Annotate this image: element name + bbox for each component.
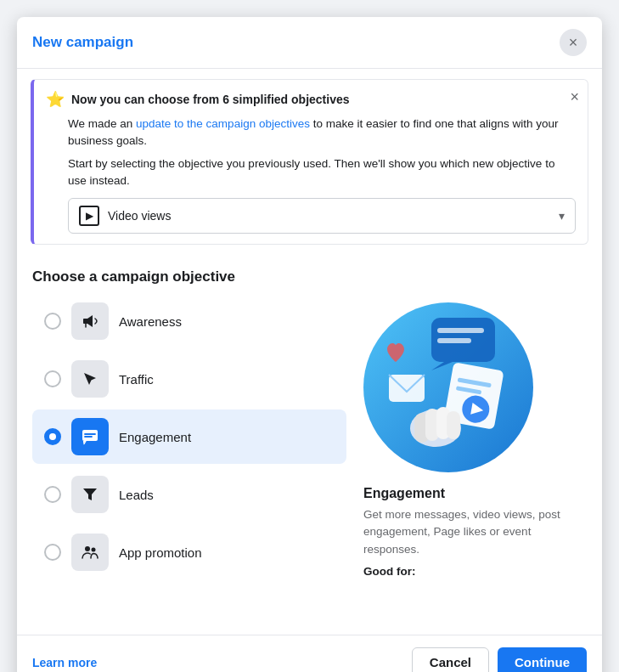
objectives-list: Awareness Traffic [32,294,346,635]
notification-body: We made an update to the campaign object… [46,116,576,189]
modal-title: New campaign [32,34,133,51]
objective-item-leads[interactable]: Leads [32,467,346,522]
video-icon: ▶ [79,206,99,226]
detail-title: Engagement [363,486,445,501]
radio-leads [44,486,61,503]
leads-icon-box [71,476,109,513]
notification-banner: ⭐ Now you can choose from 6 simplified o… [31,79,588,245]
traffic-icon-box [71,360,109,398]
chat-icon [81,427,99,446]
engagement-svg [363,302,533,472]
notification-text-2: Start by selecting the objective you pre… [68,155,576,190]
radio-app-promotion [44,544,61,561]
megaphone-icon [81,312,99,330]
app-promotion-icon-box [71,534,109,571]
traffic-label: Traffic [119,372,154,387]
awareness-label: Awareness [119,314,182,329]
engagement-icon-box [71,418,109,455]
svg-rect-16 [447,411,460,439]
radio-engagement [44,428,61,445]
svg-point-1 [85,546,90,551]
good-for-label: Good for: [363,565,415,578]
objective-item-app-promotion[interactable]: App promotion [32,525,346,579]
svg-rect-0 [82,430,98,441]
awareness-icon-box [71,302,109,340]
cancel-button[interactable]: Cancel [412,647,489,672]
funnel-icon [81,485,99,504]
footer-buttons: Cancel Continue [412,647,587,672]
engagement-label: Engagement [119,430,191,444]
notification-text-1: We made an update to the campaign object… [68,116,576,150]
engagement-illustration [363,302,533,472]
objective-item-traffic[interactable]: Traffic [32,352,346,406]
svg-marker-6 [431,362,453,370]
objective-item-engagement[interactable]: Engagement [32,409,346,464]
svg-rect-5 [437,338,471,343]
objectives-link[interactable]: update to the campaign objectives [136,117,310,130]
notification-title: Now you can choose from 6 simplified obj… [71,93,350,106]
notification-close-button[interactable]: × [570,88,579,106]
learn-more-link[interactable]: Learn more [32,656,97,669]
modal-header: New campaign × [17,17,602,69]
continue-button[interactable]: Continue [498,647,587,672]
star-icon: ⭐ [46,90,65,109]
dropdown-row: ▶ Video views ▾ [46,198,576,234]
people-icon [81,543,99,562]
cursor-icon [81,370,99,388]
radio-traffic [44,370,61,387]
modal-footer: Learn more Cancel Continue [17,635,602,672]
chevron-down-icon: ▾ [559,209,565,223]
svg-rect-4 [437,328,484,333]
dropdown-left: ▶ Video views [79,206,171,226]
section-title: Choose a campaign objective [17,255,602,294]
svg-point-2 [92,548,96,552]
new-campaign-modal: New campaign × ⭐ Now you can choose from… [17,17,602,672]
header-close-button[interactable]: × [560,29,587,56]
detail-panel: Engagement Get more messages, video view… [363,294,587,635]
objective-item-awareness[interactable]: Awareness [32,294,346,348]
content-area: Awareness Traffic [17,294,602,635]
leads-label: Leads [119,488,154,502]
video-views-dropdown[interactable]: ▶ Video views ▾ [68,198,576,234]
notification-header: ⭐ Now you can choose from 6 simplified o… [46,90,576,109]
dropdown-value: Video views [108,209,171,223]
radio-awareness [44,313,61,330]
detail-description: Get more messages, video views, post eng… [363,506,587,558]
app-promotion-label: App promotion [119,545,202,560]
